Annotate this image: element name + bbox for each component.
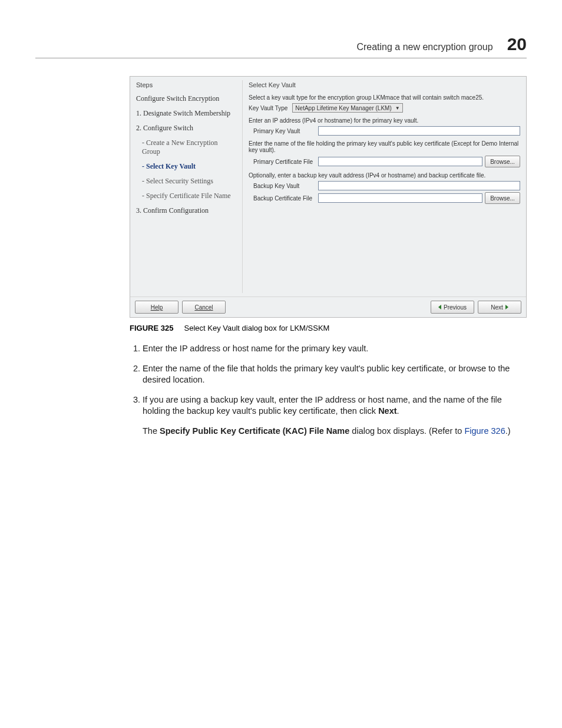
backup-cert-browse-button[interactable]: Browse... <box>485 192 520 204</box>
key-vault-type-value: NetApp Lifetime Key Manager (LKM) <box>295 105 391 111</box>
key-vault-type-label: Key Vault Type <box>249 105 287 111</box>
instruction-2: Enter the name of the file that holds th… <box>143 363 527 386</box>
backup-cert-file-input[interactable] <box>318 193 482 203</box>
backup-key-vault-label: Backup Key Vault <box>253 183 318 189</box>
figure-326-link[interactable]: Figure 326 <box>464 426 505 436</box>
steps-pane-title: Steps <box>136 81 236 88</box>
figure-text: Select Key Vault dialog box for LKM/SSKM <box>184 324 330 332</box>
steps-pane: Steps Configure Switch Encryption 1. Des… <box>130 77 242 297</box>
key-vault-type-select[interactable]: NetApp Lifetime Key Manager (LKM) ▼ <box>292 103 402 113</box>
instruction-select-type: Select a key vault type for the encrypti… <box>249 94 520 101</box>
primary-key-vault-label: Primary Key Vault <box>253 128 318 134</box>
step-2a: - Create a New Encryption Group <box>142 139 236 156</box>
primary-cert-browse-button[interactable]: Browse... <box>485 156 520 167</box>
header-chapter-number: 20 <box>507 34 527 54</box>
cancel-button[interactable]: Cancel <box>182 301 226 314</box>
content-pane-title: Select Key Vault <box>249 81 520 88</box>
instruction-3: If you are using a backup key vault, ent… <box>143 394 527 417</box>
steps-heading: Configure Switch Encryption <box>136 94 236 103</box>
instruction-1: Enter the IP address or host name for th… <box>143 343 527 355</box>
primary-cert-file-label: Primary Certificate File <box>253 159 318 165</box>
arrow-right-icon <box>505 305 508 309</box>
instruction-list: Enter the IP address or host name for th… <box>130 343 527 437</box>
page-header: Creating a new encryption group 20 <box>35 34 527 58</box>
primary-cert-file-input[interactable] <box>318 157 482 166</box>
figure-caption: FIGURE 325 Select Key Vault dialog box f… <box>130 324 527 332</box>
header-section-title: Creating a new encryption group <box>356 42 492 52</box>
instruction-primary-ip: Enter an IP address (IPv4 or hostname) f… <box>249 117 520 124</box>
dropdown-caret-icon: ▼ <box>395 106 400 111</box>
step-2b-current: - Select Key Vault <box>142 162 236 171</box>
step-1: 1. Designate Switch Membership <box>136 109 236 118</box>
instruction-primary-cert: Enter the name of the file holding the p… <box>249 140 520 153</box>
content-pane: Select Key Vault Select a key vault type… <box>243 77 526 297</box>
arrow-left-icon <box>438 305 441 309</box>
figure-label: FIGURE 325 <box>130 324 173 332</box>
instruction-backup: Optionally, enter a backup key vault add… <box>249 172 520 179</box>
step-2c: - Select Security Settings <box>142 177 236 186</box>
step-2: 2. Configure Switch <box>136 124 236 133</box>
result-paragraph: The Specify Public Key Certificate (KAC)… <box>143 426 527 437</box>
select-key-vault-dialog: Steps Configure Switch Encryption 1. Des… <box>130 76 527 318</box>
dialog-button-bar: Help Cancel Previous Next <box>130 297 526 317</box>
backup-cert-file-label: Backup Certificate File <box>253 195 318 202</box>
previous-button[interactable]: Previous <box>431 301 474 314</box>
backup-key-vault-input[interactable] <box>318 181 520 190</box>
next-button[interactable]: Next <box>478 301 521 314</box>
step-2d: - Specify Certificate File Name <box>142 192 236 200</box>
primary-key-vault-input[interactable] <box>318 126 520 136</box>
help-button[interactable]: Help <box>135 301 178 314</box>
step-3: 3. Confirm Configuration <box>136 206 236 215</box>
